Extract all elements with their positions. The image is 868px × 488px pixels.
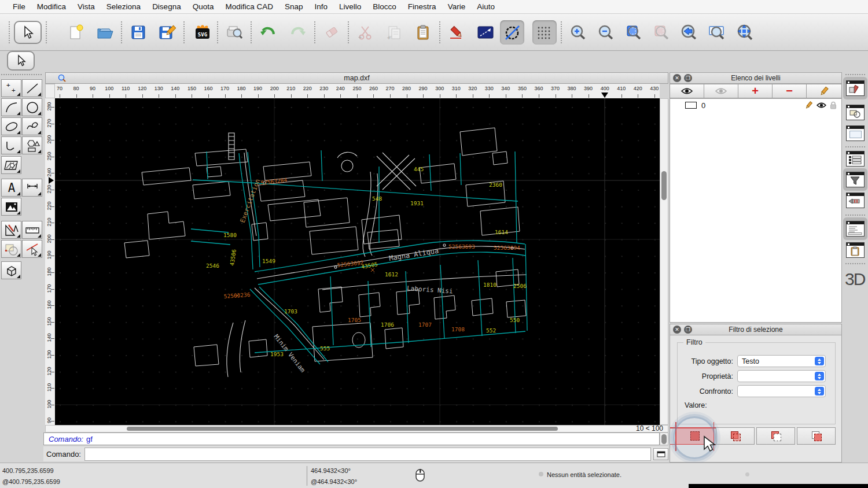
spline-tool-button[interactable] bbox=[22, 117, 42, 135]
text-tool-button[interactable]: A bbox=[1, 179, 21, 197]
hatch-tool-button[interactable] bbox=[1, 156, 21, 174]
zoom-out-button[interactable] bbox=[594, 20, 618, 45]
menu-blocco[interactable]: Blocco bbox=[367, 2, 402, 11]
erase-button[interactable] bbox=[319, 20, 344, 45]
drafting-tools-button[interactable] bbox=[1, 221, 21, 239]
paste-button[interactable] bbox=[411, 20, 435, 45]
zoom-in-button[interactable] bbox=[566, 20, 590, 45]
layer-row[interactable]: 0 bbox=[670, 99, 841, 112]
dimension-tool-button[interactable] bbox=[22, 179, 42, 197]
arc-tool-button[interactable] bbox=[1, 98, 21, 116]
palette-3d-label[interactable]: 3D bbox=[845, 269, 868, 289]
ruler-tick: 340 bbox=[497, 86, 514, 91]
palette-layers-icon[interactable] bbox=[846, 80, 865, 96]
menu-vista[interactable]: Vista bbox=[72, 2, 101, 11]
pan-button[interactable] bbox=[733, 20, 757, 45]
menu-disegna[interactable]: Disegna bbox=[146, 2, 187, 11]
history-scrollbar[interactable] bbox=[660, 432, 668, 445]
image-tool-button[interactable] bbox=[1, 198, 21, 216]
palette-blank-icon[interactable] bbox=[846, 125, 865, 141]
select-tool-button[interactable] bbox=[14, 21, 42, 44]
palette-shapes-icon[interactable] bbox=[846, 105, 865, 120]
document-title-bar[interactable]: map.dxf bbox=[45, 72, 668, 84]
vertical-scrollbar-thumb[interactable] bbox=[661, 171, 667, 200]
drawing-canvas[interactable]: 44523605481931161452563284Exercitation15… bbox=[55, 98, 660, 425]
line-tool-button[interactable] bbox=[22, 79, 42, 97]
layer-color-swatch[interactable] bbox=[685, 102, 697, 109]
3d-box-tool-button[interactable] bbox=[1, 261, 21, 279]
compare-select[interactable] bbox=[737, 385, 826, 397]
menu-info[interactable]: Info bbox=[309, 2, 334, 11]
menu-file[interactable]: File bbox=[7, 2, 31, 11]
menu-modifica[interactable]: Modifica bbox=[31, 2, 72, 11]
menu-seleziona[interactable]: Seleziona bbox=[101, 2, 146, 11]
command-history[interactable]: Comando: gf bbox=[43, 432, 660, 445]
detach-icon[interactable]: ❐ bbox=[684, 326, 692, 334]
zoom-fit-button[interactable] bbox=[621, 20, 646, 45]
palette-list-icon[interactable] bbox=[846, 151, 865, 167]
polyline-tool-button[interactable] bbox=[1, 136, 21, 154]
object-type-select[interactable]: Testo bbox=[737, 355, 826, 367]
copy-button[interactable]: + bbox=[382, 20, 406, 45]
property-select[interactable] bbox=[737, 370, 826, 382]
redo-button[interactable] bbox=[286, 20, 310, 45]
layer-remove-button[interactable]: − bbox=[772, 84, 807, 98]
ellipse-tool-button[interactable] bbox=[1, 117, 21, 135]
menu-snap[interactable]: Snap bbox=[279, 2, 309, 11]
stepper-icon[interactable] bbox=[815, 357, 824, 365]
selection-mode-subtract-button[interactable] bbox=[756, 427, 795, 445]
draw-pencil-button[interactable] bbox=[444, 20, 469, 45]
stepper-icon[interactable] bbox=[815, 387, 824, 395]
history-scrollbar-thumb[interactable] bbox=[661, 434, 667, 444]
close-icon[interactable]: ✕ bbox=[673, 74, 681, 82]
palette-filter-icon[interactable] bbox=[846, 172, 865, 187]
point-tool-button[interactable]: ++ bbox=[1, 79, 21, 97]
menu-modifica-cad[interactable]: Modifica CAD bbox=[219, 2, 279, 11]
ruler-tick: 350 bbox=[513, 86, 531, 91]
detach-icon[interactable]: ❐ bbox=[684, 74, 692, 82]
save-button[interactable] bbox=[126, 20, 150, 45]
boolean-tool-button[interactable] bbox=[1, 240, 21, 258]
menu-livello[interactable]: Livello bbox=[333, 2, 367, 11]
layer-show-button[interactable] bbox=[670, 84, 704, 98]
selection-mode-intersect-button[interactable] bbox=[797, 427, 836, 445]
open-file-button[interactable] bbox=[93, 20, 117, 45]
cut-button[interactable]: + bbox=[353, 20, 377, 45]
ruler-tool-button[interactable] bbox=[22, 221, 42, 239]
palette-snap-icon[interactable] bbox=[846, 193, 865, 208]
save-as-button[interactable] bbox=[155, 20, 179, 45]
print-preview-button[interactable] bbox=[222, 20, 247, 45]
zoom-selection-button[interactable] bbox=[649, 20, 674, 45]
horizontal-scrollbar-thumb[interactable] bbox=[127, 427, 558, 431]
no-fill-mode-button[interactable] bbox=[500, 20, 524, 45]
menu-quota[interactable]: Quota bbox=[187, 2, 220, 11]
layer-edit-button[interactable] bbox=[806, 84, 842, 98]
close-icon[interactable]: ✕ bbox=[673, 326, 681, 334]
pencil-icon[interactable] bbox=[804, 101, 813, 109]
circle-tool-button[interactable] bbox=[22, 98, 42, 116]
command-input[interactable] bbox=[84, 448, 651, 461]
zoom-previous-button[interactable] bbox=[677, 20, 701, 45]
palette-command-icon[interactable] bbox=[846, 221, 865, 236]
layer-hide-button[interactable] bbox=[704, 84, 738, 98]
menu-aiuto[interactable]: Aiuto bbox=[471, 2, 501, 11]
selection-mode-add-button[interactable] bbox=[716, 427, 755, 445]
svg-export-button[interactable]: SVG bbox=[189, 20, 213, 45]
secondary-select-tool-button[interactable] bbox=[7, 51, 35, 71]
eye-icon[interactable] bbox=[816, 102, 826, 109]
lock-icon[interactable] bbox=[830, 101, 837, 109]
trim-tool-button[interactable] bbox=[22, 240, 42, 258]
stepper-icon[interactable] bbox=[815, 372, 824, 380]
dimension-line-button[interactable] bbox=[473, 20, 498, 45]
menu-varie[interactable]: Varie bbox=[442, 2, 472, 11]
layer-add-button[interactable]: + bbox=[738, 84, 773, 98]
polygon-tool-button[interactable] bbox=[22, 136, 42, 154]
zoom-window-button[interactable] bbox=[705, 20, 729, 45]
new-file-button[interactable] bbox=[64, 20, 88, 45]
canvas-vertical-scrollbar[interactable] bbox=[660, 98, 668, 425]
menu-finestra[interactable]: Finestra bbox=[402, 2, 442, 11]
palette-clipboard-icon[interactable] bbox=[846, 242, 865, 258]
command-window-button[interactable] bbox=[653, 448, 668, 460]
undo-button[interactable] bbox=[256, 20, 280, 45]
grid-toggle-button[interactable] bbox=[532, 20, 557, 45]
